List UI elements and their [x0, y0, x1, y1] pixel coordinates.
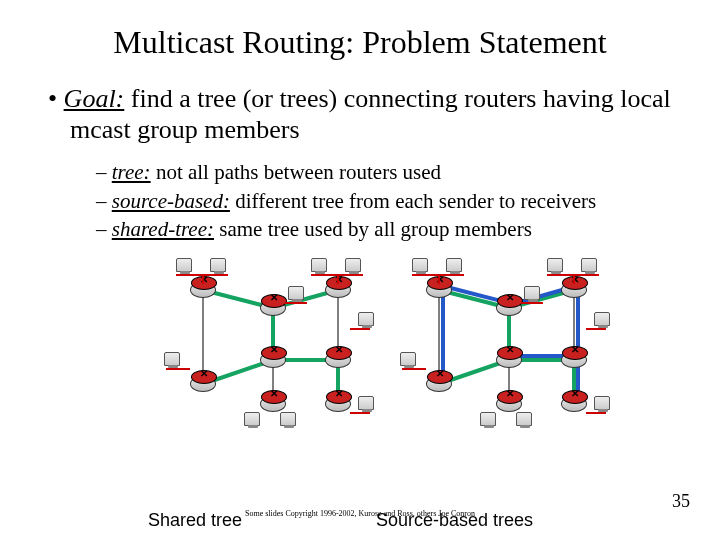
- host-icon: [480, 412, 496, 426]
- lan-icon: [166, 368, 190, 370]
- lan-icon: [402, 368, 426, 370]
- lan-icon: [337, 274, 339, 284]
- sh-text: same tree used by all group members: [214, 217, 532, 241]
- sub-shared: shared-tree: same tree used by all group…: [112, 216, 680, 242]
- host-icon: [358, 396, 374, 410]
- host-icon: [311, 258, 327, 272]
- goal-label: Goal:: [64, 84, 125, 113]
- host-icon: [446, 258, 462, 272]
- src-term: source-based:: [112, 189, 230, 213]
- host-icon: [412, 258, 428, 272]
- host-icon: [594, 396, 610, 410]
- lan-icon: [573, 274, 575, 284]
- host-icon: [547, 258, 563, 272]
- sub-tree: tree: not all paths between routers used: [112, 159, 680, 185]
- host-icon: [164, 352, 180, 366]
- lan-icon: [586, 412, 606, 414]
- lan-icon: [586, 328, 606, 330]
- src-text: different tree from each sender to recei…: [230, 189, 596, 213]
- lan-icon: [350, 412, 370, 414]
- host-icon: [581, 258, 597, 272]
- lan-icon: [350, 328, 370, 330]
- host-icon: [176, 258, 192, 272]
- goal-bullet: Goal: find a tree (or trees) connecting …: [70, 83, 680, 145]
- figures: [160, 252, 630, 428]
- source-based-diagram: [396, 252, 628, 428]
- host-icon: [244, 412, 260, 426]
- host-icon: [358, 312, 374, 326]
- lan-icon: [285, 302, 307, 304]
- lan-icon: [521, 302, 543, 304]
- shared-tree-diagram: [160, 252, 392, 428]
- page-number: 35: [672, 491, 690, 512]
- host-icon: [210, 258, 226, 272]
- host-icon: [516, 412, 532, 426]
- slide-title: Multicast Routing: Problem Statement: [40, 24, 680, 61]
- lan-icon: [202, 274, 204, 284]
- sub-bullets: tree: not all paths between routers used…: [112, 159, 680, 242]
- tree-term: tree:: [112, 160, 151, 184]
- host-icon: [400, 352, 416, 366]
- sh-term: shared-tree:: [112, 217, 214, 241]
- sub-source: source-based: different tree from each s…: [112, 188, 680, 214]
- host-icon: [594, 312, 610, 326]
- host-icon: [524, 286, 540, 300]
- host-icon: [345, 258, 361, 272]
- host-icon: [288, 286, 304, 300]
- copyright: Some slides Copyright 1996-2002, Kurose …: [0, 509, 720, 518]
- lan-icon: [438, 274, 440, 284]
- goal-text: find a tree (or trees) connecting router…: [70, 84, 671, 144]
- tree-text: not all paths between routers used: [151, 160, 441, 184]
- host-icon: [280, 412, 296, 426]
